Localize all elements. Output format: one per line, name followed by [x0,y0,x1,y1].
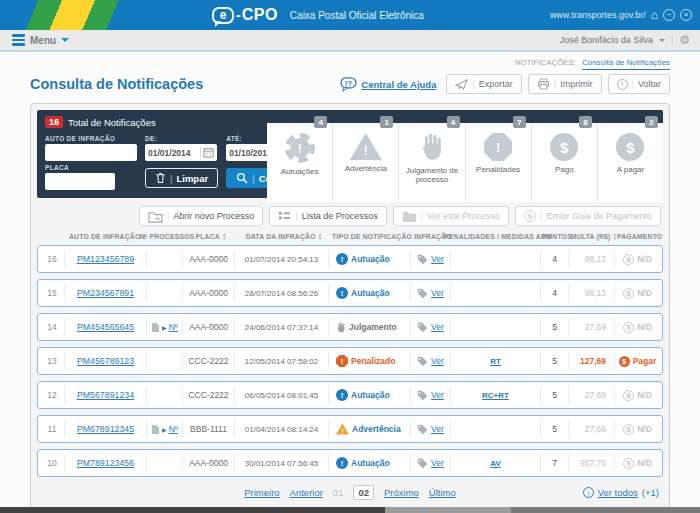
table-row[interactable]: 12 PM567891234CCC-222206/05/2014 08:01:4… [37,381,663,409]
infracao-cell: Ver [410,284,450,302]
table-row[interactable]: 10 PM789123456AAA-000030/01/2014 07:56:4… [37,449,663,477]
minimize-icon[interactable]: − [663,9,675,21]
tab-autuacoes[interactable]: 4!Autuações [267,123,333,202]
view-all-link[interactable]: Ver todos [598,487,638,498]
breadcrumb-current[interactable]: Consulta de Notificações [582,58,670,70]
table-row[interactable]: 16 PM123456789AAA-000001/07/2014 20:54:1… [37,245,663,273]
auto-infracao-link[interactable]: PM789123456 [77,458,134,468]
column-header[interactable]: AUTO DE INFRAÇÃO▲▼ [67,233,149,240]
payment-dollar-icon: $ [623,288,634,299]
page-number-disabled[interactable]: 01 [333,487,344,498]
calendar-icon[interactable] [203,147,214,158]
page-last-link[interactable]: Último [429,487,456,498]
user-chevron-down-icon[interactable] [659,39,665,45]
tipo-notificacao-cell: !Autuação [328,250,410,268]
processo-link[interactable]: Nº [169,322,178,332]
site-url-link[interactable]: www.transportes.gov.br/ [550,10,646,20]
export-button[interactable]: | Exportar [446,74,521,94]
multa-cell: 86,13 [568,250,614,268]
process-caret-icon: ▶ [162,426,167,433]
tab-label: Advertência [345,164,387,173]
gear-icon[interactable]: ⚙ [679,33,690,47]
ver-infracao-link[interactable]: Ver [431,288,444,298]
dollar-circle-icon: $ [550,133,578,161]
table-row[interactable]: 14 PM454565645 ▶ NºAAA-000024/06/2014 07… [37,313,663,341]
placa-cell: CCC-2222 [182,386,234,404]
penalidades-cell [450,250,540,268]
auto-infracao-link[interactable]: PM123456789 [77,254,134,264]
row-number: 12 [40,386,64,404]
sort-icon[interactable]: ▲▼ [222,233,227,240]
lista-de-processos-button[interactable]: |Lista de Processos [269,206,386,226]
processo-cell [146,454,182,472]
table-row[interactable]: 11 PM678912345 ▶ NºBBB-111101/04/2014 08… [37,415,663,443]
penalidade-link[interactable]: RC+RT [482,391,509,400]
multa-cell: 27,69 [568,318,614,336]
tab-pago[interactable]: 8$Pago [532,123,598,202]
ver-infracao-link[interactable]: Ver [431,424,444,434]
top-right-links: www.transportes.gov.br/ ⌂ − × [550,0,692,30]
user-name[interactable]: José Bonifácio da Silva [560,35,653,45]
page-content: NOTIFICAÇÕES: Consulta de Notificações C… [0,58,700,511]
auto-infracao-input[interactable] [45,144,137,161]
tag-icon [417,356,428,367]
data-infracao-cell: 30/01/2014 07:56:45 [234,454,328,472]
filter-and-tabs: 16 Total de Notificações AUTO DE INFRAÇÃ… [37,110,663,198]
payment-dollar-icon: $ [623,458,634,469]
ver-infracao-link[interactable]: Ver [431,254,444,264]
clear-button[interactable]: | Limpar [145,168,218,188]
page-prev-link[interactable]: Anterior [290,487,323,498]
table-row[interactable]: 15 PM234567891AAA-000028/07/2014 08:56:2… [37,279,663,307]
tab-a-pagar[interactable]: 2$A pagar [598,123,663,202]
row-number: 13 [40,352,64,370]
pagamento-cell[interactable]: $ Pagar [614,352,660,370]
processo-link[interactable]: Nº [169,424,178,434]
print-button[interactable]: | Imprimir [528,74,602,94]
logo-dash: - [236,7,241,23]
close-icon[interactable]: × [680,9,692,21]
ver-infracao-link[interactable]: Ver [431,322,444,332]
tab-advertencia[interactable]: 1!Advertência [333,123,399,202]
ver-infracao-link[interactable]: Ver [431,356,444,366]
penalidade-link[interactable]: RT [490,357,501,366]
app-window: e - CPO Caixa Postal Oficial Eletrônica … [0,0,700,513]
tab-penalidades[interactable]: 7!Penalidades [466,123,532,202]
column-header[interactable]: DATA DA INFRAÇÃO▲▼ [237,233,331,240]
home-icon[interactable]: ⌂ [651,8,658,22]
tab-julgamento-de-processo[interactable]: 4 Julgamento de processo [399,123,465,202]
process-doc-icon [151,322,160,333]
page-first-link[interactable]: Primeiro [244,487,279,498]
ver-infracao-link[interactable]: Ver [431,458,444,468]
table-rows: 16 PM123456789AAA-000001/07/2014 20:54:1… [37,245,663,477]
sort-icon[interactable]: ▲▼ [318,233,323,240]
pontos-cell: 5 [540,386,568,404]
tab-label: Pago [555,165,574,174]
data-infracao-cell: 01/04/2014 08:14:24 [234,420,328,438]
auto-infracao-link[interactable]: PM456789123 [77,356,134,366]
tipo-notificacao-cell: !Autuação [328,454,410,472]
auto-infracao-link[interactable]: PM234567891 [77,288,134,298]
auto-infracao-link[interactable]: PM454565645 [77,322,134,332]
auto-infracao-link[interactable]: PM678912345 [77,424,134,434]
abrir-novo-processo-button[interactable]: |Abrir novo Processo [139,206,263,226]
page-next-link[interactable]: Próximo [384,487,419,498]
column-header[interactable]: MULTA (R$)▲▼ [571,233,617,240]
penalidade-link[interactable]: AV [490,459,501,468]
menu-button[interactable]: Menu [12,34,69,46]
back-button[interactable]: ‹ | Voltar [608,74,670,94]
logo-name: CPO [242,6,278,24]
column-header[interactable]: PLACA▲▼ [185,233,237,240]
auto-infracao-link[interactable]: PM567891234 [77,390,134,400]
data-infracao-cell: 06/05/2014 08:01:45 [234,386,328,404]
help-bubble-icon: !? [340,77,357,92]
view-all[interactable]: ↓ Ver todos (+1) [583,487,659,498]
help-center-link[interactable]: !? Central de Ajuda [340,77,436,92]
payment-dollar-icon: $ [623,322,634,333]
date-from-input[interactable]: 01/01/2014 [145,144,217,161]
ver-infracao-link[interactable]: Ver [431,390,444,400]
send-icon [455,78,468,91]
table-row[interactable]: 13 PM456789123CCC-222212/05/2014 07:58:0… [37,347,663,375]
octagon-exclamation-icon: ! [484,133,512,161]
placa-input[interactable] [45,173,115,190]
placa-cell: CCC-2222 [182,352,234,370]
